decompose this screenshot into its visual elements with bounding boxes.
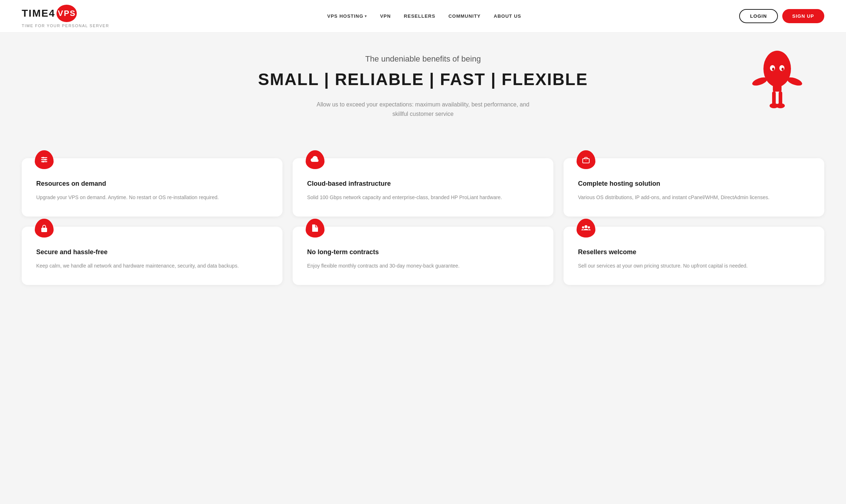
card-hosting: Complete hosting solution Various OS dis…: [564, 158, 824, 217]
card-contracts-desc: Enjoy flexible monthly contracts and 30-…: [307, 262, 539, 270]
hero-description: Allow us to exceed your expectations: ma…: [311, 100, 535, 118]
signup-button[interactable]: SIGN UP: [782, 9, 824, 23]
card-hosting-desc: Various OS distributions, IP add-ons, an…: [578, 193, 810, 202]
card-cloud-desc: Solid 100 Gbps network capacity and ente…: [307, 193, 539, 202]
card-resellers-desc: Sell our services at your own pricing st…: [578, 262, 810, 270]
svg-rect-18: [583, 159, 589, 163]
cards-row-1: Resources on demand Upgrade your VPS on …: [22, 158, 824, 217]
nav-community[interactable]: COMMUNITY: [448, 13, 481, 19]
sliders-icon: [35, 150, 54, 169]
svg-point-16: [44, 159, 46, 161]
svg-point-11: [776, 103, 785, 108]
card-resources-desc: Upgrade your VPS on demand. Anytime. No …: [36, 193, 268, 202]
features-section: Resources on demand Upgrade your VPS on …: [0, 151, 846, 317]
card-contracts-title: No long-term contracts: [307, 248, 539, 256]
cloud-icon: [306, 150, 324, 169]
card-secure: Secure and hassle-free Keep calm, we han…: [22, 227, 282, 285]
nav-actions: LOGIN SIGN UP: [739, 9, 824, 23]
svg-point-17: [42, 161, 44, 163]
card-cloud: Cloud-based infrastructure Solid 100 Gbp…: [293, 158, 553, 217]
main-nav: VPS HOSTING ▾ VPN RESELLERS COMMUNITY AB…: [327, 13, 522, 19]
svg-rect-9: [779, 91, 782, 105]
card-resources-title: Resources on demand: [36, 180, 268, 188]
card-cloud-title: Cloud-based infrastructure: [307, 180, 539, 188]
hero-subtitle: The undeniable benefits of being: [29, 54, 817, 64]
svg-point-15: [42, 157, 44, 159]
svg-point-22: [585, 225, 587, 228]
nav-vps-hosting[interactable]: VPS HOSTING ▾: [327, 13, 367, 19]
chevron-down-icon: ▾: [365, 14, 367, 18]
svg-point-23: [582, 226, 584, 228]
svg-rect-8: [772, 91, 776, 105]
card-secure-desc: Keep calm, we handle all network and har…: [36, 262, 268, 270]
nav-resellers[interactable]: RESELLERS: [404, 13, 435, 19]
card-contracts: No long-term contracts Enjoy flexible mo…: [293, 227, 553, 285]
card-secure-title: Secure and hassle-free: [36, 248, 268, 256]
svg-point-21: [44, 229, 45, 230]
group-icon: [577, 219, 595, 238]
mascot-illustration: [752, 47, 803, 119]
hero-title: SMALL | RELIABLE | FAST | FLEXIBLE: [29, 70, 817, 89]
logo-vps: VPS: [56, 5, 77, 22]
lock-icon: [35, 219, 54, 238]
svg-point-4: [782, 68, 784, 71]
card-resources: Resources on demand Upgrade your VPS on …: [22, 158, 282, 217]
cards-row-2: Secure and hassle-free Keep calm, we han…: [22, 227, 824, 285]
login-button[interactable]: LOGIN: [739, 9, 778, 23]
svg-point-3: [772, 68, 774, 71]
nav-about-us[interactable]: ABOUT US: [494, 13, 521, 19]
document-icon: [306, 219, 324, 238]
svg-rect-7: [773, 85, 782, 92]
card-hosting-title: Complete hosting solution: [578, 180, 810, 188]
svg-point-0: [763, 51, 791, 87]
card-resellers-title: Resellers welcome: [578, 248, 810, 256]
logo-tagline: TIME FOR YOUR PERSONAL SERVER: [22, 24, 109, 28]
svg-point-24: [588, 226, 590, 228]
briefcase-icon: [577, 150, 595, 169]
logo-time4: TIME4: [22, 8, 55, 18]
site-header: TIME4 VPS TIME FOR YOUR PERSONAL SERVER …: [0, 0, 846, 33]
logo[interactable]: TIME4 VPS TIME FOR YOUR PERSONAL SERVER: [22, 5, 109, 28]
card-resellers: Resellers welcome Sell our services at y…: [564, 227, 824, 285]
hero-section: The undeniable benefits of being SMALL |…: [0, 33, 846, 151]
nav-vpn[interactable]: VPN: [380, 13, 391, 19]
